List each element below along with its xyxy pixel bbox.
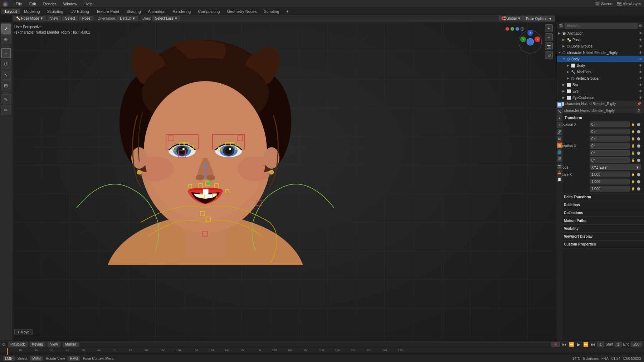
material-props-icon[interactable]: ⬤ — [557, 143, 562, 148]
snap-dropdown[interactable]: 🧲 Global ▼ — [499, 16, 523, 21]
output-props-icon[interactable]: 📤 — [557, 170, 562, 175]
skip-start-btn[interactable]: ⏮ — [561, 342, 567, 347]
record-btn[interactable]: ⏺ — [551, 342, 560, 347]
tree-item-bonegroups[interactable]: ▶ ⬡ Bone Groups 👁 — [557, 43, 644, 49]
tab-geometry[interactable]: Geometry Nodes — [223, 9, 260, 14]
eye-icon6[interactable]: 👁 — [639, 64, 643, 68]
tab-layout[interactable]: Layout — [1, 9, 20, 14]
tab-rendering[interactable]: Rendering — [169, 9, 194, 14]
tab-uv[interactable]: UV Editing — [67, 9, 93, 14]
lock-x[interactable]: 🔒 — [631, 123, 635, 126]
menu-file[interactable]: File — [14, 1, 24, 6]
select-tool-btn[interactable]: ↗ — [1, 24, 11, 34]
prev-frame-btn[interactable]: ⏪ — [569, 342, 574, 347]
collections-header[interactable]: ▶ Collections — [557, 210, 644, 216]
move-overlay-label[interactable]: > Move — [14, 329, 33, 335]
view-layer-props-icon[interactable]: 📋 — [557, 177, 562, 182]
location-x-value[interactable]: 0 m — [590, 122, 630, 127]
rotation-y-value[interactable]: 0° — [590, 150, 630, 156]
eye-icon3[interactable]: 👁 — [639, 44, 643, 48]
select-menu[interactable]: Select — [62, 16, 78, 21]
end-frame-input[interactable]: 250 — [631, 342, 642, 347]
tree-item-body[interactable]: ▼ ⬡ Body 👁 — [557, 56, 644, 62]
eye-icon7[interactable]: 👁 — [639, 70, 643, 74]
rotate-tool-btn[interactable]: ↺ — [1, 59, 11, 69]
tab-shading[interactable]: Shading — [123, 9, 144, 14]
keyframe-sy[interactable]: ⬤ — [637, 180, 641, 183]
constraints-props-icon[interactable]: 🔗 — [557, 129, 562, 135]
nav-gizmo[interactable]: X Y Z — [518, 29, 543, 54]
eye-icon10[interactable]: 👁 — [639, 89, 643, 93]
tree-item-vertexgroups[interactable]: ▶ ⬡ Vertex Groups 👁 — [557, 75, 644, 81]
eye-icon9[interactable]: 👁 — [639, 83, 643, 87]
keyframe-rx[interactable]: ⬤ — [637, 144, 641, 148]
relations-header[interactable]: ▶ Relations — [557, 202, 644, 208]
filter-icon[interactable]: ⊙ — [639, 24, 642, 28]
location-z-value[interactable]: 0 m — [590, 136, 630, 142]
lock-sy[interactable]: 🔒 — [631, 180, 635, 183]
lock-sz[interactable]: 🔒 — [631, 187, 635, 190]
keyframe-x[interactable]: ⬤ — [637, 123, 641, 126]
particles-props-icon[interactable]: ✦ — [557, 115, 562, 121]
main-viewport[interactable]: User Perspective (1) character Naked Ble… — [12, 22, 556, 341]
start-frame-input[interactable]: 1 — [615, 342, 622, 347]
eye-icon8[interactable]: 👁 — [639, 76, 643, 80]
keyframe-y[interactable]: ⬤ — [637, 130, 641, 133]
tree-item-eyeocc[interactable]: ▶ ⬜ EyeOcclusion 👁 — [557, 94, 644, 101]
tab-compositing[interactable]: Compositing — [194, 9, 223, 14]
keyframe-rz[interactable]: ⬤ — [637, 158, 641, 162]
eye-icon4[interactable]: 👁 — [639, 51, 643, 55]
scene-props-icon[interactable]: 🎬 — [557, 156, 562, 162]
keyframe-z[interactable]: ⬤ — [637, 137, 641, 140]
menu-render[interactable]: Render — [42, 1, 58, 6]
menu-window[interactable]: Window — [62, 1, 79, 6]
view-menu[interactable]: View — [48, 16, 61, 21]
lock-ry[interactable]: 🔒 — [631, 151, 635, 155]
menu-edit[interactable]: Edit — [28, 1, 38, 6]
mode-dropdown[interactable]: 🦴 Pose Mode ▼ — [14, 16, 46, 21]
custom-props-header[interactable]: ▶ Custom Properties — [557, 241, 644, 247]
tree-item-pose[interactable]: ▶ 🦴 Pose 👁 — [557, 36, 644, 43]
scale-x-value[interactable]: 1.000 — [590, 172, 630, 177]
tree-item-modifiers[interactable]: ▶ 🔧 Modifiers 👁 — [557, 69, 644, 75]
delta-transform-header[interactable]: ▶ Delta Transform — [557, 194, 644, 200]
lock-y[interactable]: 🔒 — [631, 130, 635, 133]
pose-menu[interactable]: Pose — [79, 16, 93, 21]
lock-z[interactable]: 🔒 — [631, 137, 635, 140]
scale-y-value[interactable]: 1.000 — [590, 179, 630, 184]
playback-btn[interactable]: Playback — [8, 342, 28, 347]
scale-z-value[interactable]: 1.000 — [590, 186, 630, 192]
timeline-icon[interactable]: ⏱ — [2, 342, 6, 346]
timeline-view-btn[interactable]: View — [48, 342, 60, 347]
play-btn[interactable]: ▶ — [576, 342, 581, 347]
keyframe-sx[interactable]: ⬤ — [637, 173, 641, 176]
tab-texture[interactable]: Texture Paint — [93, 9, 123, 14]
visibility-header[interactable]: ▶ Visibility — [557, 225, 644, 232]
current-frame[interactable]: 1 — [597, 342, 604, 347]
keying-btn[interactable]: Keying — [30, 342, 46, 347]
cursor-tool-btn[interactable]: ⊕ — [1, 34, 11, 44]
tree-item-character[interactable]: ▼ ⬡ character Naked Blender_Rigify 👁 — [557, 49, 644, 56]
lock-sx[interactable]: 🔒 — [631, 173, 635, 176]
transform-section-header[interactable]: ▼ Transform — [557, 115, 644, 121]
tree-item-body-mesh[interactable]: ▶ ⬜ Body 👁 — [557, 62, 644, 69]
lock-rx[interactable]: 🔒 — [631, 144, 635, 148]
marker-btn[interactable]: Marker — [63, 342, 79, 347]
render-props-icon[interactable]: 📷 — [557, 163, 562, 169]
select-type-dropdown[interactable]: Select Lass ▼ — [152, 16, 180, 21]
scale-tool-btn[interactable]: ⤡ — [1, 70, 11, 80]
location-y-value[interactable]: 0 m — [590, 129, 630, 134]
rotation-x-value[interactable]: 0° — [590, 143, 630, 149]
rotation-mode-dropdown[interactable]: XYZ Euler ▼ — [590, 164, 641, 170]
tree-item-animation[interactable]: ▶ 📽 Animation 👁 — [557, 30, 644, 36]
tab-sculpting[interactable]: Sculpting — [44, 9, 67, 14]
next-frame-btn[interactable]: ⏩ — [583, 342, 589, 347]
transform-tool-btn[interactable]: ⊞ — [1, 80, 11, 90]
object-props-icon[interactable]: ⬜ — [557, 102, 562, 108]
grid-icon[interactable]: ⊞ — [545, 51, 553, 59]
world-props-icon[interactable]: 🌐 — [557, 149, 562, 155]
pose-options-btn[interactable]: Pose Options ▼ — [523, 16, 555, 21]
tab-animation[interactable]: Animation — [145, 9, 169, 14]
lock-rz[interactable]: 🔒 — [631, 158, 635, 162]
rotation-z-value[interactable]: 0° — [590, 157, 630, 163]
